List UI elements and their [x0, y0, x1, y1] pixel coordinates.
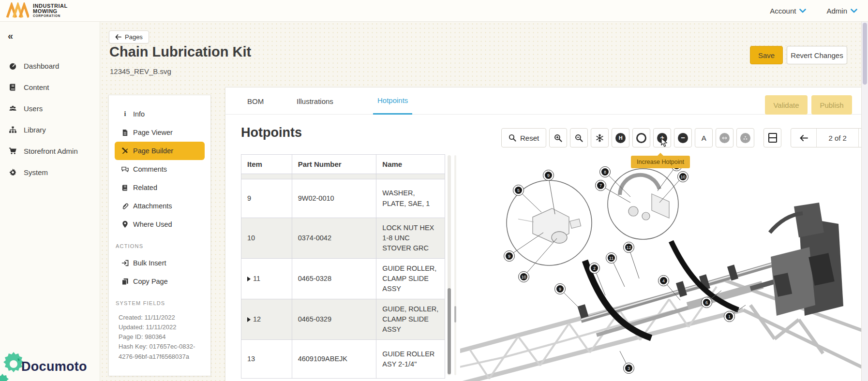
split-view-button[interactable] — [763, 128, 781, 147]
circle-outline-icon — [636, 133, 646, 143]
sidebar-collapse-icon[interactable]: « — [8, 30, 100, 42]
hotpoint-marker-7[interactable]: 7 — [595, 180, 606, 191]
table-row[interactable]: 10 0374-0042 LOCK NUT HEX 1-8 UNC STOVER… — [241, 218, 445, 259]
sign-in-icon — [121, 260, 129, 266]
expand-caret-icon[interactable] — [247, 277, 251, 281]
panel-item-page-viewer[interactable]: Page Viewer — [115, 123, 205, 142]
window-scrollbar-thumb[interactable] — [863, 23, 867, 85]
panel-item-info[interactable]: i Info — [115, 105, 205, 123]
link-hotpoints-button[interactable] — [716, 128, 733, 147]
tab-hotpoints[interactable]: Hotpoints — [373, 88, 412, 115]
column-item: Item — [241, 155, 292, 174]
window-scrollbar[interactable] — [861, 22, 868, 381]
sidebar-item-system[interactable]: System — [0, 161, 100, 183]
panel-action-copy-page[interactable]: Copy Page — [115, 272, 205, 291]
mowing-logo-icon — [6, 2, 29, 19]
column-name: Name — [376, 155, 445, 174]
page-builder-card: BOM Illustrations Hotpoints Validate Pub… — [225, 87, 868, 381]
hotpoint-marker-3[interactable]: 3 — [623, 363, 634, 374]
panel-item-comments[interactable]: Comments — [115, 160, 205, 178]
app-window: INDUSTRIAL MOWING CORPORATION Account Ad… — [0, 0, 868, 381]
hotpoint-marker-10[interactable]: 10 — [518, 271, 529, 282]
table-row[interactable]: 13 4609109ABEJK GUIDE ROLLER ASY 2-1/4" — [241, 340, 445, 379]
text-hotpoint-button[interactable]: A — [695, 128, 713, 147]
hotpoint-h-icon: H — [615, 133, 626, 143]
arrow-left-icon — [800, 135, 808, 141]
table-row[interactable]: 12 0465-0329 GUIDE, ROLLER, CLAMP SLIDE … — [241, 299, 445, 340]
gauge-icon — [9, 62, 17, 70]
hotpoint-shape-button[interactable] — [632, 128, 650, 147]
back-to-pages-button[interactable]: Pages — [109, 30, 149, 44]
decrease-hotpoint-button[interactable]: − — [674, 128, 692, 147]
page-filename: 12345_REV_B.svg — [110, 67, 171, 75]
back-arrow-icon — [115, 34, 121, 40]
table-row[interactable]: 11 0465-0328 GUIDE ROLLER, CLAMP SLIDE A… — [241, 259, 445, 299]
hotpoint-marker-4[interactable]: 4 — [658, 275, 669, 286]
cart-icon — [9, 147, 17, 155]
system-fields-header: SYSTEM FIELDS — [116, 300, 205, 306]
revert-changes-button[interactable]: Revert Changes — [787, 46, 847, 64]
sidebar-item-library[interactable]: Library — [0, 119, 100, 140]
toggle-hotpoints-button[interactable]: H — [612, 128, 629, 147]
hotpoint-marker-9[interactable]: 9 — [543, 170, 554, 181]
panel-item-where-used[interactable]: Where Used — [115, 215, 205, 234]
fit-to-screen-button[interactable] — [591, 128, 609, 147]
hotpoint-marker-9[interactable]: 9 — [554, 283, 566, 294]
tab-bom[interactable]: BOM — [243, 88, 268, 115]
unlink-hotpoints-button[interactable] — [736, 128, 754, 147]
previous-sheet-button[interactable] — [791, 129, 816, 147]
tabs-row: BOM Illustrations Hotpoints Validate Pub… — [225, 88, 868, 115]
table-header-row: Item Part Number Name — [241, 155, 445, 174]
increase-hotpoint-tooltip: Increase Hotpoint — [631, 156, 690, 168]
validate-button[interactable]: Validate — [765, 95, 808, 115]
zoom-in-button[interactable] — [549, 128, 567, 147]
panel-action-bulk-insert[interactable]: Bulk Insert — [115, 254, 205, 272]
panel-scrollbar-thumb[interactable] — [454, 306, 456, 322]
tab-illustrations[interactable]: Illustrations — [292, 88, 338, 115]
column-part-number: Part Number — [292, 155, 376, 174]
table-row[interactable]: 9 9W02-0010 WASHER, PLATE, SAE, 1 — [241, 179, 445, 218]
hotpoint-marker-1[interactable]: 1 — [724, 311, 735, 322]
hotpoints-toolbar: Reset — [501, 128, 868, 147]
company-name: INDUSTRIAL MOWING CORPORATION — [33, 3, 68, 18]
tools-icon — [121, 147, 129, 155]
panel-scrollbar[interactable] — [454, 155, 456, 375]
actions-header: ACTIONS — [116, 243, 205, 249]
sidebar-item-content[interactable]: Content — [0, 76, 100, 98]
sidebar-item-storefront-admin[interactable]: Storefront Admin — [0, 140, 100, 161]
panel-item-attachments[interactable]: Attachments — [115, 197, 205, 215]
related-book-icon — [121, 184, 129, 191]
hotpoint-marker-12[interactable]: 12 — [623, 242, 634, 253]
hotpoint-marker-2[interactable]: 2 — [589, 263, 600, 274]
map-pin-icon — [121, 220, 129, 228]
sheet-pager: 2 of 2 — [791, 128, 868, 147]
table-scrollbar[interactable] — [448, 155, 451, 375]
content-area: Pages Chain Lubrication Kit 12345_REV_B.… — [100, 22, 868, 381]
table-scrollbar-thumb[interactable] — [448, 288, 451, 374]
zoom-out-button[interactable] — [570, 128, 588, 147]
account-menu[interactable]: Account — [770, 7, 806, 15]
hotpoint-marker-6[interactable]: 6 — [701, 297, 712, 308]
admin-menu[interactable]: Admin — [826, 7, 857, 15]
reset-zoom-button[interactable]: Reset — [501, 128, 546, 147]
save-button[interactable]: Save — [750, 46, 783, 64]
publish-button[interactable]: Publish — [811, 95, 852, 115]
hotpoint-marker-9[interactable]: 9 — [504, 250, 515, 262]
panel-item-related[interactable]: Related — [115, 178, 205, 197]
book-icon — [9, 83, 17, 91]
system-fields: Created: 11/11/2022 Updated: 11/11/2022 … — [119, 313, 205, 362]
split-rows-icon — [768, 133, 777, 143]
sidebar-item-dashboard[interactable]: Dashboard — [0, 55, 100, 76]
sidebar-item-users[interactable]: Users — [0, 98, 100, 119]
hotpoint-marker-5[interactable]: 5 — [513, 185, 524, 196]
hotpoint-marker-10[interactable]: 10 — [677, 171, 688, 182]
company-logo: INDUSTRIAL MOWING CORPORATION — [6, 2, 68, 19]
hotpoint-layer: 59910879101211294613 — [460, 160, 862, 381]
expand-caret-icon[interactable] — [247, 317, 251, 322]
panel-item-page-builder[interactable]: Page Builder — [115, 142, 205, 160]
technical-illustration[interactable]: 59910879101211294613 — [460, 160, 862, 381]
comments-icon — [121, 166, 129, 173]
hotpoint-marker-11[interactable]: 11 — [606, 252, 617, 264]
hotpoint-marker-8[interactable]: 8 — [599, 166, 611, 177]
disabled-unlink-icon — [740, 133, 750, 143]
